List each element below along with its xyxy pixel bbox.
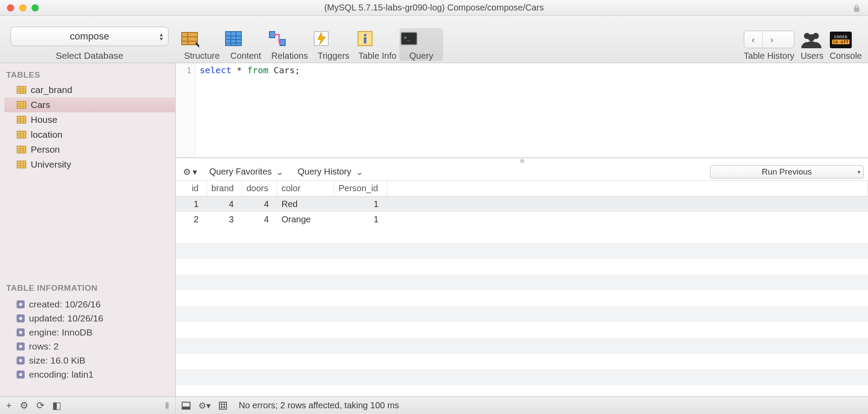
history-back-button[interactable]: ‹: [744, 31, 763, 48]
cell[interactable]: 4: [207, 196, 242, 212]
add-button[interactable]: +: [6, 400, 12, 411]
sidebar-table-label: location: [31, 129, 62, 140]
svg-rect-29: [17, 101, 26, 108]
query-icon: >_: [399, 30, 443, 47]
column-header-doors[interactable]: doors: [242, 181, 277, 196]
sidebar-table-label: Person: [31, 144, 60, 155]
sidebar-table-cars[interactable]: Cars: [4, 97, 175, 112]
toolbar-table-info[interactable]: Table Info: [355, 28, 399, 61]
column-header-color[interactable]: color: [277, 181, 334, 196]
table-info-header: TABLE INFORMATION: [4, 281, 175, 296]
cell[interactable]: Orange: [277, 212, 334, 227]
refresh-button[interactable]: ⟳: [36, 400, 44, 411]
cell[interactable]: Red: [277, 196, 334, 212]
table-icon: [17, 101, 26, 109]
table-info-icon: [355, 30, 399, 47]
sidebar-table-label: House: [31, 114, 57, 125]
database-selector-value: compose: [70, 31, 109, 42]
database-selector-area: compose ▴▾ Select Database: [6, 27, 173, 61]
svg-text:>_: >_: [404, 35, 410, 41]
cell[interactable]: 4: [242, 196, 277, 212]
database-selector[interactable]: compose ▴▾: [11, 27, 169, 46]
users-label: Users: [800, 51, 823, 61]
svg-point-13: [279, 41, 281, 44]
toolbar-triggers[interactable]: Triggers: [312, 28, 355, 61]
cell[interactable]: 2: [176, 212, 207, 227]
table-list: car_brandCarsHouselocationPersonUniversi…: [4, 82, 175, 172]
users-tool[interactable]: Users: [800, 32, 823, 61]
cell[interactable]: 3: [207, 212, 242, 227]
sidebar-table-house[interactable]: House: [4, 112, 175, 127]
toolbar-item-label: Query: [399, 51, 443, 61]
run-previous-label: Run Previous: [762, 167, 812, 177]
svg-rect-59: [221, 406, 222, 408]
results-empty-stripes: [176, 227, 868, 396]
run-previous-dropdown[interactable]: Run Previous: [710, 165, 864, 178]
body: TABLES car_brandCarsHouselocationPersonU…: [0, 63, 868, 396]
close-window-button[interactable]: [7, 4, 14, 11]
export-icon[interactable]: [219, 401, 227, 410]
main-toolbar: compose ▴▾ Select Database StructureCont…: [0, 16, 868, 63]
cell[interactable]: 1: [334, 212, 387, 227]
bullet-icon: [17, 314, 25, 322]
result-gear-menu[interactable]: ⚙▾: [198, 400, 211, 411]
toolbar-content[interactable]: Content: [224, 28, 268, 61]
svg-rect-56: [219, 402, 226, 409]
results-table[interactable]: idbranddoorscolorPerson_id 144Red1 234Or…: [176, 181, 868, 227]
table-row[interactable]: 234Orange1: [176, 212, 868, 227]
table-info-item: encoding: latin1: [17, 368, 172, 382]
svg-rect-58: [223, 403, 225, 405]
table-row[interactable]: 144Red1: [176, 196, 868, 212]
editor-code[interactable]: select * from Cars;: [195, 63, 868, 157]
table-info-text: updated: 10/26/16: [29, 313, 103, 324]
chevron-down-icon: ⌄: [276, 167, 283, 177]
query-favorites-dropdown[interactable]: Query Favorites ⌄: [205, 167, 288, 177]
splitter-handle[interactable]: [176, 158, 868, 163]
sidebar-table-person[interactable]: Person: [4, 142, 175, 157]
sidebar-gear-button[interactable]: ⚙: [20, 400, 29, 411]
chevron-down-icon: ⌄: [356, 167, 363, 177]
column-header-person_id[interactable]: Person_id: [334, 181, 387, 196]
table-icon: [17, 86, 26, 94]
table-icon: [17, 146, 26, 153]
cell[interactable]: 4: [242, 212, 277, 227]
history-forward-button[interactable]: ›: [763, 31, 781, 48]
table-history-tool: ‹ › Table History: [744, 31, 795, 61]
svg-rect-55: [182, 407, 190, 409]
table-icon: [17, 161, 26, 168]
table-info-item: rows: 2: [17, 339, 172, 353]
table-info-list: created: 10/26/16updated: 10/26/16engine…: [4, 296, 175, 383]
sql-editor[interactable]: 1 select * from Cars;: [176, 63, 868, 158]
bullet-icon: [17, 328, 25, 336]
column-header-id[interactable]: id: [176, 181, 207, 196]
sidebar-table-label: car_brand: [31, 85, 72, 95]
sidebar-bottom-toolbar: + ⚙ ⟳ ◧ ⦀: [0, 397, 176, 414]
sidebar-table-location[interactable]: location: [4, 127, 175, 142]
svg-rect-4: [226, 32, 241, 46]
console-tool[interactable]: console off Console: [830, 32, 862, 61]
toggle-info-pane-button[interactable]: ◧: [52, 400, 61, 411]
minimize-window-button[interactable]: [19, 4, 26, 11]
toolbar-query[interactable]: >_Query: [399, 28, 443, 61]
toggle-bottom-pane-button[interactable]: [182, 402, 190, 410]
toolbar-relations[interactable]: Relations: [268, 28, 312, 61]
bullet-icon: [17, 357, 25, 364]
svg-rect-49: [17, 161, 26, 168]
pane-columns-icon[interactable]: ⦀: [165, 400, 169, 411]
sidebar-table-university[interactable]: University: [4, 157, 175, 172]
query-gear-menu[interactable]: ⚙▾: [180, 167, 200, 177]
zoom-window-button[interactable]: [32, 4, 39, 11]
structure-icon: [180, 30, 224, 47]
tables-header: TABLES: [4, 68, 175, 82]
right-toolbar: ‹ › Table History Users console off Cons…: [744, 31, 862, 61]
cell[interactable]: 1: [334, 196, 387, 212]
svg-rect-24: [17, 86, 26, 93]
column-header-brand[interactable]: brand: [207, 181, 242, 196]
toolbar-structure[interactable]: Structure: [180, 28, 224, 61]
window-controls: [0, 4, 39, 11]
svg-point-23: [808, 34, 815, 41]
query-history-dropdown[interactable]: Query History ⌄: [293, 167, 367, 177]
cell[interactable]: 1: [176, 196, 207, 212]
sidebar-table-car_brand[interactable]: car_brand: [4, 82, 175, 97]
gear-icon: ⚙: [183, 167, 191, 177]
